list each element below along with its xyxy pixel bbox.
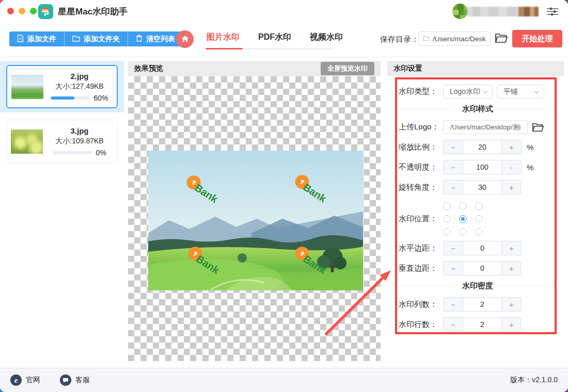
scale-stepper: − 20 + — [443, 140, 522, 154]
save-dir-value: /Users/mac/Desktop — [433, 35, 486, 43]
plus-button[interactable]: + — [502, 241, 522, 255]
page-title: 星星Mac水印助手 — [58, 6, 128, 18]
settings-header: 水印设置 — [387, 61, 564, 76]
tile-mode-select[interactable]: 平铺 — [497, 85, 544, 99]
columns-stepper: − 2 + — [443, 297, 522, 312]
plus-button[interactable]: + — [502, 261, 522, 275]
position-radio-top-left[interactable] — [443, 202, 451, 210]
minus-button[interactable]: − — [443, 140, 463, 154]
close-window-button[interactable] — [7, 8, 14, 14]
watermark-tabs: 图片水印 PDF水印 视频水印 — [207, 32, 343, 43]
h-margin-value[interactable]: 0 — [463, 241, 502, 255]
settings-sliders-icon[interactable] — [546, 7, 559, 19]
preview-panel: 效果预览 全屏预览水印 — [128, 61, 381, 361]
minus-button[interactable]: − — [443, 160, 463, 174]
plus-button[interactable]: + — [502, 297, 522, 312]
add-file-button[interactable]: 添加文件 — [9, 31, 65, 46]
file-size: 大小:109.87KB — [55, 137, 103, 146]
upload-logo-label: 上传Logo： — [399, 122, 443, 132]
position-radio-center[interactable] — [459, 215, 467, 223]
fullscreen-preview-button[interactable]: 全屏预览水印 — [321, 62, 374, 75]
logo-browse-folder-icon[interactable] — [532, 122, 544, 133]
file-name: 2.jpg — [70, 72, 88, 80]
style-section-divider: 水印样式 — [399, 104, 557, 114]
username-redacted — [467, 7, 539, 17]
scale-row: 缩放比例： − 20 + % — [399, 140, 557, 154]
minus-button[interactable]: − — [443, 317, 463, 332]
footer-bar: e 官网 客服 版本：v2.1.0.0 — [0, 368, 568, 392]
window-controls — [7, 8, 37, 14]
position-radio-middle-left[interactable] — [443, 215, 451, 223]
list-item[interactable]: 3.jpg 大小:109.87KB 0% — [0, 116, 124, 167]
tile-mode-value: 平铺 — [503, 87, 518, 96]
opacity-value[interactable]: 100 — [463, 160, 502, 174]
watermark-type-label: 水印类型： — [399, 87, 443, 96]
minus-button[interactable]: − — [443, 180, 463, 194]
file-size: 大小:127.49KB — [55, 82, 103, 91]
minus-button[interactable]: − — [443, 297, 463, 312]
upload-logo-row: 上传Logo： /Users/mac/Desktop/测i — [399, 120, 557, 134]
position-radio-top-center[interactable] — [459, 202, 467, 210]
settings-title: 水印设置 — [393, 64, 422, 73]
add-folder-label: 添加文件夹 — [84, 35, 120, 44]
rotation-value[interactable]: 30 — [463, 180, 502, 194]
browse-folder-icon[interactable] — [495, 32, 508, 46]
tab-image-watermark[interactable]: 图片水印 — [207, 32, 240, 43]
add-folder-button[interactable]: 添加文件夹 — [65, 31, 128, 46]
transparency-checkerboard: Bank Bank Bank Bank — [128, 76, 381, 361]
preview-header: 效果预览 全屏预览水印 — [128, 61, 381, 76]
official-site-label: 官网 — [26, 375, 40, 385]
tab-video-watermark[interactable]: 视频水印 — [310, 32, 343, 43]
minus-button[interactable]: − — [443, 241, 463, 255]
avatar[interactable] — [452, 4, 468, 19]
plus-button[interactable]: + — [502, 317, 522, 332]
columns-value[interactable]: 2 — [463, 297, 502, 312]
folder-icon — [72, 35, 80, 43]
progress-bar — [51, 96, 90, 100]
official-site-link[interactable]: e 官网 — [10, 374, 40, 386]
save-dir-input[interactable]: /Users/mac/Desktop — [418, 31, 491, 46]
opacity-stepper: − 100 + — [443, 160, 522, 174]
minimize-window-button[interactable] — [19, 8, 25, 14]
percent-suffix: % — [527, 163, 533, 172]
rows-stepper: − 2 + — [443, 317, 522, 332]
minus-button[interactable]: − — [443, 261, 463, 275]
tab-pdf-watermark[interactable]: PDF水印 — [258, 32, 291, 43]
v-margin-value[interactable]: 0 — [463, 261, 502, 275]
customer-service-link[interactable]: 客服 — [60, 374, 90, 386]
clear-list-label: 清空列表 — [146, 35, 175, 44]
rows-value[interactable]: 2 — [463, 317, 502, 332]
position-radio-middle-right[interactable] — [475, 215, 483, 223]
logo-path-input[interactable]: /Users/mac/Desktop/测i — [443, 120, 528, 134]
progress-fill — [51, 96, 74, 100]
plus-button[interactable]: + — [502, 160, 522, 174]
watermark-position-grid — [443, 200, 483, 238]
scale-value[interactable]: 20 — [463, 140, 502, 154]
preview-image: Bank Bank Bank Bank — [148, 151, 363, 290]
position-radio-bottom-left[interactable] — [443, 228, 451, 236]
list-item[interactable]: 2.jpg 大小:127.49KB 60% — [0, 61, 124, 112]
position-radio-bottom-center[interactable] — [459, 228, 467, 236]
zoom-window-button[interactable] — [30, 8, 37, 14]
clear-list-button[interactable]: 清空列表 — [128, 31, 183, 46]
home-button[interactable] — [176, 30, 194, 48]
start-processing-button[interactable]: 开始处理 — [512, 30, 562, 47]
position-radio-top-right[interactable] — [475, 202, 483, 210]
file-name: 3.jpg — [70, 126, 88, 135]
plus-button[interactable]: + — [502, 140, 522, 154]
progress-bar — [53, 151, 92, 154]
chevron-down-icon — [482, 88, 488, 96]
position-row: 水印位置： — [399, 200, 557, 238]
position-radio-bottom-right[interactable] — [475, 228, 483, 236]
settings-panel: 水印设置 水印类型： Logo水印 平铺 水印样式 上传Logo — [387, 61, 564, 361]
save-dir-label: 保存目录： — [380, 35, 419, 44]
rows-row: 水印行数： − 2 + — [399, 317, 557, 332]
h-margin-row: 水平边距： − 0 + — [399, 241, 557, 255]
v-margin-stepper: − 0 + — [443, 261, 522, 275]
density-section-title: 水印密度 — [462, 281, 493, 291]
watermark-type-select[interactable]: Logo水印 — [443, 85, 493, 99]
rows-label: 水印行数： — [399, 320, 443, 330]
app-window: 星星Mac水印助手 添加文件 添加文件夹 清空列表 图片水印 PDF水印 视频水… — [0, 0, 568, 392]
plus-button[interactable]: + — [502, 180, 522, 194]
scale-label: 缩放比例： — [399, 142, 443, 152]
